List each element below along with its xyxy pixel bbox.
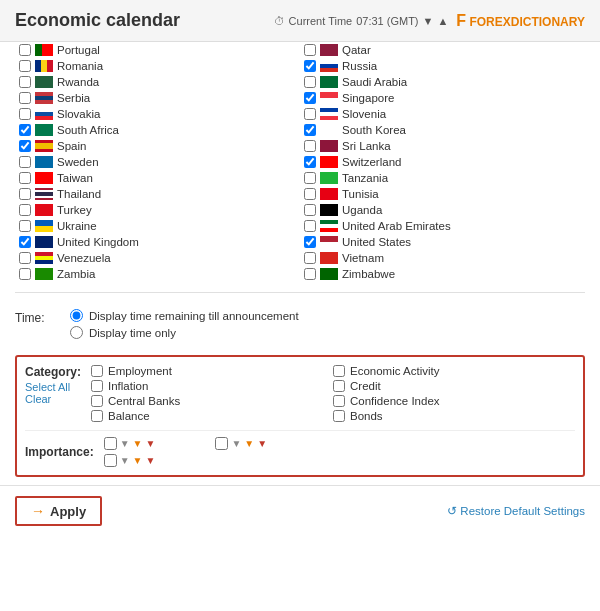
list-item: Tunisia bbox=[300, 186, 585, 202]
page-title: Economic calendar bbox=[15, 10, 180, 31]
list-item: Zambia bbox=[15, 266, 300, 282]
country-checkbox[interactable] bbox=[19, 252, 31, 264]
importance-right-checkbox[interactable] bbox=[215, 437, 228, 450]
country-name: Uganda bbox=[342, 204, 382, 216]
header: Economic calendar ⏱ Current Time 07:31 (… bbox=[0, 0, 600, 42]
country-checkbox[interactable] bbox=[19, 60, 31, 72]
category-col-1: EmploymentInflationCentral BanksBalance bbox=[91, 365, 333, 422]
list-item: Romania bbox=[15, 58, 300, 74]
country-flag bbox=[320, 124, 338, 136]
list-item: Turkey bbox=[15, 202, 300, 218]
list-item: Sweden bbox=[15, 154, 300, 170]
country-name: Sweden bbox=[57, 156, 99, 168]
list-item: Slovenia bbox=[300, 106, 585, 122]
importance-all-checkbox[interactable] bbox=[104, 454, 117, 467]
country-flag bbox=[320, 252, 338, 264]
list-item: South Africa bbox=[15, 122, 300, 138]
country-checkbox[interactable] bbox=[304, 108, 316, 120]
country-name: Thailand bbox=[57, 188, 101, 200]
country-checkbox[interactable] bbox=[19, 156, 31, 168]
scroll-up-icon[interactable]: ▲ bbox=[437, 15, 448, 27]
category-checkbox[interactable] bbox=[91, 380, 103, 392]
category-item: Balance bbox=[91, 410, 333, 422]
country-checkbox[interactable] bbox=[19, 44, 31, 56]
country-checkbox[interactable] bbox=[304, 76, 316, 88]
time-option-1-radio[interactable] bbox=[70, 309, 83, 322]
time-options: Display time remaining till announcement… bbox=[70, 309, 299, 339]
country-checkbox[interactable] bbox=[19, 124, 31, 136]
importance-sub-1: ▼ ▼ ▼ ▼ ▼ ▼ bbox=[104, 437, 267, 450]
country-checkbox[interactable] bbox=[19, 204, 31, 216]
country-checkbox[interactable] bbox=[304, 172, 316, 184]
country-checkbox[interactable] bbox=[304, 252, 316, 264]
country-checkbox[interactable] bbox=[19, 140, 31, 152]
category-checkbox[interactable] bbox=[333, 380, 345, 392]
country-checkbox[interactable] bbox=[304, 204, 316, 216]
list-item: Russia bbox=[300, 58, 585, 74]
country-name: United States bbox=[342, 236, 411, 248]
country-flag bbox=[35, 156, 53, 168]
time-section: Time: Display time remaining till announ… bbox=[15, 301, 585, 347]
list-item: Switzerland bbox=[300, 154, 585, 170]
category-checkbox[interactable] bbox=[333, 410, 345, 422]
country-checkbox[interactable] bbox=[304, 92, 316, 104]
country-flag bbox=[320, 220, 338, 232]
arrow-med-r: ▼ bbox=[244, 438, 254, 449]
current-time-label: Current Time bbox=[289, 15, 353, 27]
current-time-value: 07:31 (GMT) bbox=[356, 15, 418, 27]
country-flag bbox=[320, 268, 338, 280]
list-item: Tanzania bbox=[300, 170, 585, 186]
apply-button[interactable]: → Apply bbox=[15, 496, 102, 526]
country-checkbox[interactable] bbox=[304, 124, 316, 136]
header-right: ⏱ Current Time 07:31 (GMT) ▼ ▲ F FOREXDI… bbox=[274, 12, 585, 30]
category-checkbox[interactable] bbox=[333, 365, 345, 377]
importance-label: Importance: bbox=[25, 445, 94, 459]
country-checkbox[interactable] bbox=[19, 172, 31, 184]
list-item: South Korea bbox=[300, 122, 585, 138]
arrow-high-r: ▼ bbox=[257, 438, 267, 449]
country-checkbox[interactable] bbox=[304, 60, 316, 72]
time-option-2-radio[interactable] bbox=[70, 326, 83, 339]
category-checkbox[interactable] bbox=[91, 365, 103, 377]
page: Economic calendar ⏱ Current Time 07:31 (… bbox=[0, 0, 600, 611]
country-checkbox[interactable] bbox=[304, 220, 316, 232]
country-checkbox[interactable] bbox=[19, 108, 31, 120]
country-name: Vietnam bbox=[342, 252, 384, 264]
country-checkbox[interactable] bbox=[19, 188, 31, 200]
list-item: Rwanda bbox=[15, 74, 300, 90]
country-flag bbox=[35, 92, 53, 104]
country-checkbox[interactable] bbox=[304, 44, 316, 56]
category-checkbox[interactable] bbox=[333, 395, 345, 407]
country-checkbox[interactable] bbox=[304, 188, 316, 200]
category-checkbox[interactable] bbox=[91, 410, 103, 422]
country-flag bbox=[35, 60, 53, 72]
country-checkbox[interactable] bbox=[304, 140, 316, 152]
category-checkbox[interactable] bbox=[91, 395, 103, 407]
country-name: Sri Lanka bbox=[342, 140, 391, 152]
importance-sub-2: ▼ ▼ ▼ bbox=[104, 454, 267, 467]
restore-defaults-link[interactable]: ↺ Restore Default Settings bbox=[447, 504, 585, 518]
country-flag bbox=[320, 172, 338, 184]
country-checkbox[interactable] bbox=[304, 156, 316, 168]
select-all-link[interactable]: Select All bbox=[25, 381, 81, 393]
country-name: Spain bbox=[57, 140, 86, 152]
country-checkbox[interactable] bbox=[19, 236, 31, 248]
importance-low-checkbox[interactable] bbox=[104, 437, 117, 450]
list-item: Slovakia bbox=[15, 106, 300, 122]
importance-all: ▼ ▼ ▼ bbox=[104, 454, 156, 467]
bottom-section: → Apply ↺ Restore Default Settings bbox=[0, 485, 600, 536]
country-checkbox[interactable] bbox=[19, 92, 31, 104]
country-flag bbox=[320, 92, 338, 104]
country-checkbox[interactable] bbox=[19, 268, 31, 280]
country-checkbox[interactable] bbox=[19, 220, 31, 232]
country-checkbox[interactable] bbox=[304, 268, 316, 280]
list-item: Zimbabwe bbox=[300, 266, 585, 282]
clear-link[interactable]: Clear bbox=[25, 393, 81, 405]
list-item: Saudi Arabia bbox=[300, 74, 585, 90]
country-checkbox[interactable] bbox=[19, 76, 31, 88]
dropdown-icon[interactable]: ▼ bbox=[423, 15, 434, 27]
country-flag bbox=[320, 108, 338, 120]
category-item-label: Employment bbox=[108, 365, 172, 377]
country-checkbox[interactable] bbox=[304, 236, 316, 248]
country-flag bbox=[320, 188, 338, 200]
